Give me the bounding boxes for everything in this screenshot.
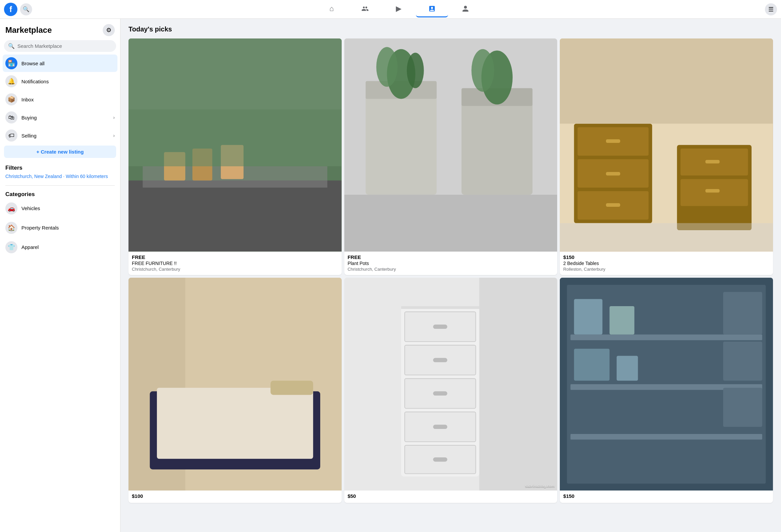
svg-rect-51 [433,424,447,429]
sidebar-item-browse-all[interactable]: 🏪 Browse all [3,54,117,72]
vehicles-icon: 🚗 [5,202,17,214]
product-info: $150 2 Bedside Tables Rolleston, Canterb… [560,252,773,275]
svg-rect-37 [157,388,313,459]
product-image [560,38,773,252]
video-nav-button[interactable]: ▶ [382,1,415,17]
product-price: FREE [132,254,338,260]
svg-rect-14 [461,103,532,195]
filter-location[interactable]: Christchurch, New Zealand · Within 60 ki… [3,173,117,183]
product-image [128,38,342,252]
top-navigation: f 🔍 ⌂ ▶ ☰ [0,0,781,19]
sidebar-title: Marketplace [5,26,52,35]
svg-rect-48 [433,325,447,329]
svg-rect-55 [571,334,762,340]
svg-point-13 [407,52,424,88]
svg-rect-9 [365,95,436,195]
category-apparel[interactable]: 👕 Apparel [3,238,117,257]
notifications-icon: 🔔 [5,75,17,87]
category-vehicles[interactable]: 🚗 Vehicles [3,199,117,218]
svg-rect-25 [606,172,620,176]
search-button[interactable]: 🔍 [20,3,32,15]
nav-right: ☰ [765,3,777,15]
property-rentals-icon: 🏠 [5,222,17,234]
svg-rect-6 [128,110,342,166]
svg-rect-18 [344,195,558,252]
product-location: Christchurch, Canterbury [348,267,554,272]
selling-icon: 🏷 [5,129,17,141]
product-location: Rolleston, Canterbury [563,267,770,272]
home-nav-button[interactable]: ⌂ [316,1,348,17]
product-image [560,278,773,491]
apparel-label: Apparel [22,244,39,250]
product-image [128,278,342,491]
product-name: Plant Pots [348,261,554,266]
svg-rect-64 [617,356,638,380]
svg-point-17 [471,49,494,92]
product-card[interactable]: sabrinablog.com $50 [344,278,558,503]
search-input[interactable] [17,43,112,49]
sidebar-item-selling[interactable]: 🏷 Selling › [3,127,117,144]
sidebar: Marketplace ⚙ 🔍 🏪 Browse all 🔔 Notificat… [0,19,120,532]
nav-center: ⌂ ▶ [32,1,765,17]
product-image [344,38,558,252]
product-card[interactable]: $150 2 Bedside Tables Rolleston, Canterb… [560,38,773,275]
filters-title: Filters [3,162,117,173]
divider [5,186,115,186]
svg-rect-63 [574,349,610,381]
product-card[interactable]: $100 [128,278,342,503]
categories-title: Categories [3,189,117,199]
inbox-label: Inbox [22,97,115,103]
product-price: $150 [563,493,770,499]
search-icon: 🔍 [8,43,15,49]
sidebar-item-buying[interactable]: 🛍 Buying › [3,109,117,126]
sidebar-item-notifications[interactable]: 🔔 Notifications [3,73,117,90]
product-card[interactable]: $150 [560,278,773,503]
create-listing-label: + Create new listing [37,149,84,155]
selling-label: Selling [22,133,109,138]
apparel-icon: 👕 [5,241,17,253]
product-location: Christchurch, Canterbury [132,267,338,272]
marketplace-nav-button[interactable] [416,1,448,17]
vehicles-label: Vehicles [22,205,40,211]
svg-rect-1 [128,180,342,251]
product-card[interactable]: FREE Plant Pots Christchurch, Canterbury [344,38,558,275]
product-price: FREE [348,254,554,260]
buying-arrow-icon: › [113,115,115,120]
notifications-label: Notifications [22,79,115,84]
svg-rect-33 [560,38,773,124]
product-info: FREE Plant Pots Christchurch, Canterbury [344,252,558,275]
buying-label: Buying [22,115,109,120]
products-grid: FREE FREE FURNITURE !! Christchurch, Can… [128,38,773,503]
svg-rect-38 [271,380,313,395]
buying-icon: 🛍 [5,112,17,123]
gear-button[interactable]: ⚙ [103,24,115,36]
search-bar[interactable]: 🔍 [4,40,116,52]
product-info: $50 [344,491,558,503]
property-rentals-label: Property Rentals [22,225,59,231]
product-price: $50 [348,493,554,499]
product-name: 2 Bedside Tables [563,261,770,266]
browse-all-icon: 🏪 [5,57,17,69]
product-name: FREE FURNITURE !! [132,261,338,266]
create-listing-button[interactable]: + Create new listing [4,146,116,158]
profile-nav-button[interactable] [449,1,482,17]
svg-rect-49 [433,358,447,362]
watermark: sabrinablog.com [525,484,554,488]
svg-rect-60 [723,388,762,427]
inbox-icon: 📦 [5,93,17,106]
sidebar-header: Marketplace ⚙ [3,23,117,40]
svg-rect-7 [128,38,342,110]
product-info: $150 [560,491,773,503]
selling-arrow-icon: › [113,133,115,138]
svg-rect-24 [606,139,620,143]
main-content: Today's picks [120,19,781,532]
category-property-rentals[interactable]: 🏠 Property Rentals [3,218,117,237]
facebook-logo: f [4,3,17,16]
sidebar-item-inbox[interactable]: 📦 Inbox [3,91,117,108]
nav-extra-icon[interactable]: ☰ [765,3,777,15]
browse-all-label: Browse all [22,60,115,66]
product-info: FREE FREE FURNITURE !! Christchurch, Can… [128,252,342,275]
page-title: Today's picks [128,26,773,33]
product-card[interactable]: FREE FREE FURNITURE !! Christchurch, Can… [128,38,342,275]
friends-nav-button[interactable] [349,1,381,17]
